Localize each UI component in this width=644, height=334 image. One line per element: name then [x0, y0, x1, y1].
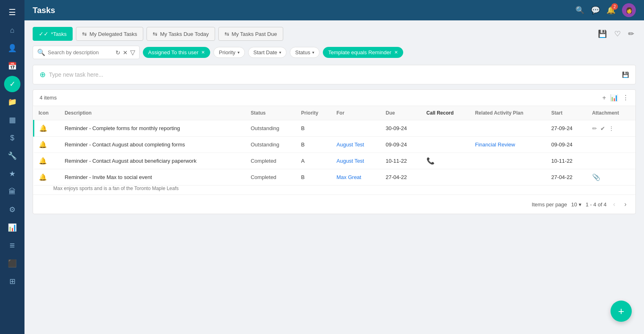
row2-call-record	[422, 137, 470, 153]
tab-due-today-label: My Tasks Due Today	[160, 31, 209, 37]
main-area: Tasks 🔍 💬 🔔 2 👩 ✓✓ *Tasks ⇆ My Delegated…	[24, 0, 644, 334]
sidebar-item-folder[interactable]: 📁	[4, 94, 20, 110]
new-task-row: ⊕ Type new task here... 💾	[33, 65, 636, 84]
refresh-icon[interactable]: ↻	[115, 49, 120, 56]
row1-status: Outstanding	[246, 120, 296, 137]
tab-tasks-icon: ✓✓	[39, 31, 49, 37]
per-page-select[interactable]: 10 ▾	[571, 201, 582, 208]
status-chip[interactable]: Status ▾	[290, 47, 320, 58]
filter-bar: 🔍 ↻ ✕ ▽ Assigned To this user ✕ Priority…	[33, 46, 636, 59]
template-chip-close[interactable]: ✕	[394, 50, 398, 55]
priority-chip[interactable]: Priority ▾	[213, 47, 244, 58]
tasks-table-body: 🔔 Reminder - Complete forms for monthly …	[34, 120, 636, 195]
notification-badge: 2	[611, 3, 618, 10]
row1-more-icon[interactable]: ⋮	[608, 125, 614, 132]
row2-due: 09-09-24	[381, 137, 422, 153]
row3-icon-cell: 🔔	[34, 153, 60, 169]
tab-past-due-icon: ⇆	[224, 31, 229, 37]
row3-description: Reminder - Contact August about benefici…	[60, 153, 246, 169]
row1-related	[470, 120, 546, 137]
clear-search-icon[interactable]: ✕	[123, 49, 128, 56]
new-task-placeholder[interactable]: Type new task here...	[49, 71, 619, 78]
sidebar: ☰ ⌂ 👤 📅 ✓ 📁 ▦ $ 🔧 ★ 🏛 ⚙ 📊 ≡ ⬛ ⊞	[0, 0, 24, 334]
fab-add-button[interactable]: +	[611, 301, 632, 322]
table-column-headers: Icon Description Status Priority For Due…	[34, 106, 636, 120]
row1-due: 30-09-24	[381, 120, 422, 137]
row2-status: Outstanding	[246, 137, 296, 153]
items-count: 4 items	[40, 95, 57, 101]
sidebar-item-dollar[interactable]: $	[4, 130, 20, 146]
pagination-prev[interactable]: ‹	[611, 200, 617, 209]
row4-due: 27-04-22	[381, 169, 422, 186]
row3-start: 10-11-22	[546, 153, 587, 169]
sidebar-item-barchart[interactable]: 📊	[4, 219, 20, 236]
search-input[interactable]	[48, 49, 113, 55]
row3-for: August Test	[332, 153, 381, 169]
priority-chevron-icon: ▾	[238, 50, 240, 55]
assigned-chip[interactable]: Assigned To this user ✕	[143, 47, 210, 58]
sidebar-item-stack[interactable]: ⊞	[4, 273, 20, 290]
row1-check-icon[interactable]: ✔	[600, 125, 605, 132]
sidebar-item-home[interactable]: ⌂	[4, 22, 20, 38]
search-icon[interactable]: 🔍	[575, 6, 584, 15]
col-for: For	[332, 106, 381, 120]
search-box[interactable]: 🔍 ↻ ✕ ▽	[33, 46, 140, 59]
pagination-next[interactable]: ›	[622, 200, 629, 209]
row2-icon-cell: 🔔	[34, 137, 60, 153]
chart-view-icon[interactable]: 📊	[610, 94, 618, 102]
sidebar-item-star[interactable]: ★	[4, 166, 20, 182]
assigned-chip-label: Assigned To this user	[148, 49, 198, 55]
sidebar-item-chart[interactable]: ▦	[4, 112, 20, 128]
search-icon: 🔍	[37, 49, 45, 56]
tab-delegated[interactable]: ⇆ My Delegated Tasks	[76, 27, 143, 41]
sidebar-hamburger[interactable]: ☰	[4, 4, 20, 20]
avatar[interactable]: 👩	[622, 3, 636, 17]
row3-due: 10-11-22	[381, 153, 422, 169]
row1-start: 27-09-24	[546, 120, 587, 137]
sidebar-item-building[interactable]: 🏛	[4, 184, 20, 200]
sidebar-item-tasks[interactable]: ✓	[4, 76, 20, 92]
template-chip[interactable]: Template equals Reminder ✕	[323, 47, 403, 58]
row1-edit-icon[interactable]: ✏	[592, 125, 597, 132]
chat-icon[interactable]: 💬	[591, 6, 600, 15]
add-column-icon[interactable]: +	[602, 94, 606, 102]
row2-related-link[interactable]: Financial Review	[475, 142, 515, 148]
row3-status: Completed	[246, 153, 296, 169]
row4-for-link[interactable]: Max Great	[337, 174, 362, 180]
row4-status: Completed	[246, 169, 296, 186]
row4-attachment: 📎	[587, 169, 635, 186]
row1-attachment: ✏ ✔ ⋮	[587, 120, 635, 137]
sidebar-item-person[interactable]: 👤	[4, 40, 20, 56]
table-header-row: 4 items + 📊 ⋮	[33, 90, 635, 106]
row2-for-link[interactable]: August Test	[337, 142, 364, 148]
task-input-save-icon[interactable]: 💾	[622, 71, 629, 78]
sidebar-item-calendar[interactable]: 📅	[4, 58, 20, 74]
table-row: 🔔 Reminder - Contact August about benefi…	[34, 153, 636, 169]
header: Tasks 🔍 💬 🔔 2 👩	[24, 0, 644, 20]
sidebar-item-terminal[interactable]: ⬛	[4, 255, 20, 272]
per-page-chevron: ▾	[579, 201, 582, 208]
assigned-chip-close[interactable]: ✕	[201, 50, 205, 55]
filter-icon[interactable]: ▽	[130, 49, 135, 56]
sidebar-item-gear[interactable]: ⚙	[4, 201, 20, 218]
notification-icon[interactable]: 🔔 2	[606, 6, 615, 15]
row3-for-link[interactable]: August Test	[337, 158, 364, 164]
sidebar-item-wrench[interactable]: 🔧	[4, 148, 20, 164]
sidebar-item-layers[interactable]: ≡	[4, 237, 20, 254]
pagination-range: 1 - 4 of 4	[586, 201, 606, 208]
tab-tasks-label: *Tasks	[51, 31, 67, 37]
tab-due-today[interactable]: ⇆ My Tasks Due Today	[147, 27, 215, 41]
priority-chip-label: Priority	[219, 49, 235, 55]
col-description: Description	[60, 106, 246, 120]
more-options-icon[interactable]: ⋮	[622, 94, 629, 102]
start-date-chip[interactable]: Start Date ▾	[248, 47, 287, 58]
edit-icon[interactable]: ✏	[626, 28, 636, 40]
bell-icon: 🔔	[39, 141, 47, 148]
favorite-icon[interactable]: ♡	[613, 28, 622, 40]
tab-tasks[interactable]: ✓✓ *Tasks	[33, 27, 73, 41]
table-row: 🔔 Reminder - Invite Max to social event …	[34, 169, 636, 186]
row4-note: Max enjoys sports and is a fan of the To…	[34, 186, 636, 195]
row4-call-record	[422, 169, 470, 186]
save-icon[interactable]: 💾	[596, 28, 608, 40]
tab-past-due[interactable]: ⇆ My Tasks Past Due	[218, 27, 283, 41]
